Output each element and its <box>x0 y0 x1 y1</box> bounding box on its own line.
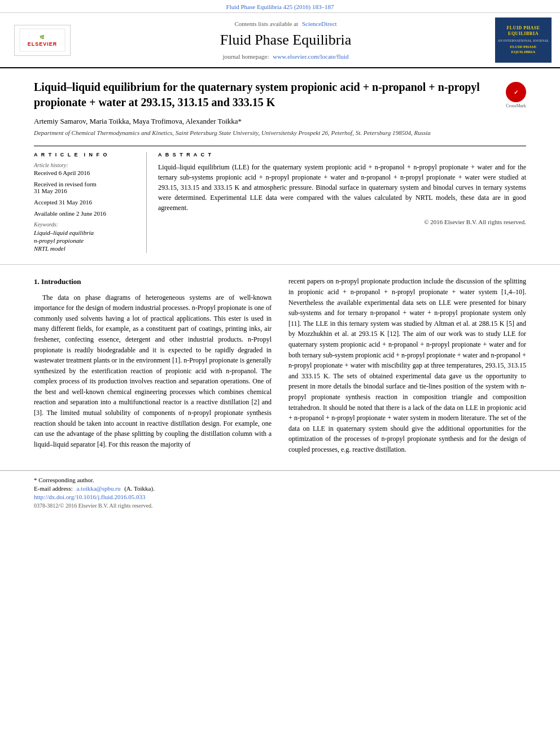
available-date: Available online 2 June 2016 <box>34 210 138 217</box>
body-column-left: 1. Introduction The data on phase diagra… <box>34 276 272 459</box>
article-body: 1. Introduction The data on phase diagra… <box>0 265 560 470</box>
journal-reference: Fluid Phase Equilibria 425 (2016) 183–18… <box>226 3 334 10</box>
revised-text: Received in revised form <box>34 181 97 187</box>
history-label: Article history: <box>34 162 138 168</box>
body-col2-paragraph: recent papers on n-propyl propionate pro… <box>288 276 526 455</box>
keyword-1: Liquid–liquid equilibria <box>34 229 138 236</box>
journal-logo-area: FLUID PHASEEQUILIBRIA AN INTERNATIONAL J… <box>492 18 554 63</box>
crossmark-label: CrossMark <box>506 103 526 108</box>
received-date: Received 6 April 2016 <box>34 169 138 176</box>
homepage-label: journal homepage: <box>222 53 269 60</box>
journal-logo: FLUID PHASEEQUILIBRIA AN INTERNATIONAL J… <box>495 18 552 63</box>
keyword-2: n-propyl propionate <box>34 237 138 244</box>
article-header: Liquid–liquid equilibrium for the quater… <box>0 68 560 265</box>
body-col1-paragraph: The data on phase diagrams of heterogene… <box>34 292 272 450</box>
journal-title: Fluid Phase Equilibria <box>220 32 352 49</box>
sciencedirect-link[interactable]: ScienceDirect <box>302 20 337 27</box>
revised-date: 31 May 2016 <box>34 187 67 194</box>
authors-text: Artemiy Samarov, Maria Toikka, Maya Trof… <box>34 117 242 125</box>
doi-link[interactable]: http://dx.doi.org/10.1016/j.fluid.2016.0… <box>34 493 146 500</box>
doi-line: http://dx.doi.org/10.1016/j.fluid.2016.0… <box>34 493 526 500</box>
elsevier-branding: 🌿 ELSEVIER <box>6 18 79 63</box>
abstract-column: A B S T R A C T Liquid–liquid equilibriu… <box>158 152 526 253</box>
email-label: E-mail address: <box>34 485 73 492</box>
info-abstract-section: A R T I C L E I N F O Article history: R… <box>34 146 526 253</box>
keyword-3: NRTL model <box>34 245 138 252</box>
issn-line: 0378-3812/© 2016 Elsevier B.V. All right… <box>34 503 526 509</box>
email-link[interactable]: a.toikka@spbu.ru <box>76 485 120 492</box>
article-info-column: A R T I C L E I N F O Article history: R… <box>34 152 147 253</box>
section-1-heading: 1. Introduction <box>34 276 272 287</box>
elsevier-logo-box: 🌿 ELSEVIER <box>14 25 71 56</box>
email-line: E-mail address: a.toikka@spbu.ru (A. Toi… <box>34 485 526 492</box>
article-title: Liquid–liquid equilibrium for the quater… <box>34 80 500 110</box>
revised-label: Received in revised form 31 May 2016 <box>34 181 138 194</box>
journal-title-area: Contents lists available at ScienceDirec… <box>85 18 487 63</box>
authors-line: Artemiy Samarov, Maria Toikka, Maya Trof… <box>34 117 526 126</box>
svg-text:🌿: 🌿 <box>40 34 45 40</box>
crossmark-icon: ✓ <box>506 82 526 102</box>
title-section: Liquid–liquid equilibrium for the quater… <box>34 80 526 110</box>
svg-text:ELSEVIER: ELSEVIER <box>28 41 58 47</box>
journal-homepage-line: journal homepage: www.elsevier.com/locat… <box>222 53 348 60</box>
abstract-text: Liquid–liquid equilibrium (LLE) for the … <box>158 162 526 213</box>
logo-title-text: FLUID PHASEEQUILIBRIA <box>506 25 540 37</box>
journal-header: 🌿 ELSEVIER Contents lists available at S… <box>0 13 560 68</box>
contents-text: Contents lists available at <box>234 20 298 27</box>
keywords-label: Keywords: <box>34 221 138 228</box>
accepted-date: Accepted 31 May 2016 <box>34 199 138 206</box>
footnote-section: * Corresponding author. E-mail address: … <box>0 470 560 512</box>
svg-rect-0 <box>20 29 65 51</box>
homepage-link[interactable]: www.elsevier.com/locate/fluid <box>273 53 348 60</box>
corresponding-label: * Corresponding author. <box>34 477 94 483</box>
logo-subtitle: AN INTERNATIONAL JOURNAL <box>497 39 549 43</box>
contents-available-line: Contents lists available at ScienceDirec… <box>234 20 336 27</box>
body-two-col: 1. Introduction The data on phase diagra… <box>34 276 526 459</box>
affiliation-text: Department of Chemical Thermodynamics an… <box>34 129 526 137</box>
corresponding-author-line: * Corresponding author. <box>34 477 526 483</box>
body-column-right: recent papers on n-propyl propionate pro… <box>288 276 526 459</box>
abstract-label: A B S T R A C T <box>158 152 526 158</box>
copyright-line: © 2016 Elsevier B.V. All rights reserved… <box>158 219 526 225</box>
article-info-label: A R T I C L E I N F O <box>34 152 138 158</box>
email-name: (A. Toikka). <box>124 485 155 492</box>
logo-repeat-text: FLUID PHASEEQUILIBRIA <box>510 45 537 55</box>
journal-ref-bar: Fluid Phase Equilibria 425 (2016) 183–18… <box>0 0 560 13</box>
crossmark-container: ✓ CrossMark <box>506 80 526 108</box>
